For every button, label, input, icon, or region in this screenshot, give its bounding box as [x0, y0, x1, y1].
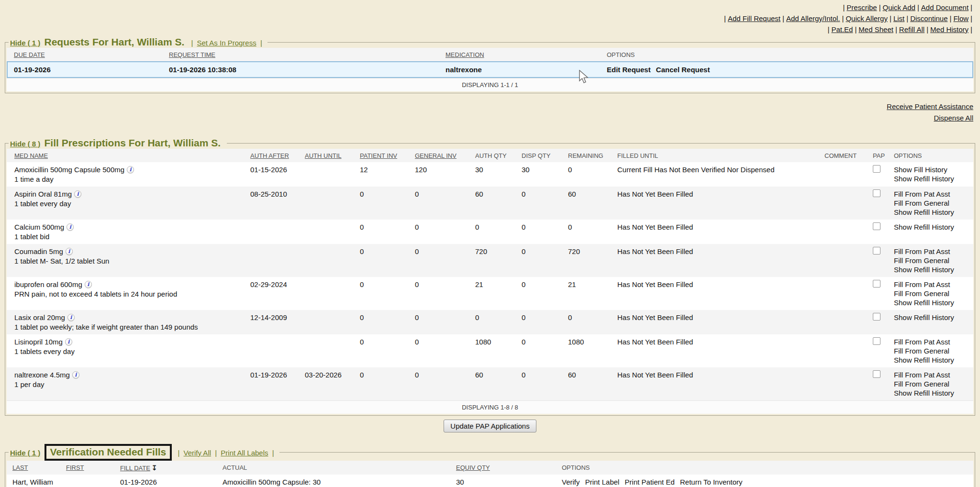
- nav-link-add-fill-request[interactable]: Add Fill Request: [728, 14, 780, 22]
- filled-until-value: Has Not Yet Been Filled: [617, 337, 824, 365]
- hide-fill-link[interactable]: Hide ( 8 ): [10, 140, 40, 148]
- nav-link-pat-ed[interactable]: Pat.Ed: [831, 25, 853, 33]
- patient-inv-value: 0: [360, 247, 415, 274]
- nav-link-add-allergy[interactable]: Add Allergy/Intol.: [786, 14, 840, 22]
- requests-table-header: DUE DATE REQUEST TIME MEDICATION OPTIONS: [7, 48, 973, 61]
- cancel-request-link[interactable]: Cancel Request: [656, 65, 710, 74]
- nav-link-quick-allergy[interactable]: Quick Allergy: [846, 14, 888, 22]
- fill-from-pat-asst-link[interactable]: Fill From Pat Asst: [894, 189, 969, 199]
- show-refill-history-link[interactable]: Show Refill History: [894, 355, 969, 365]
- nav-link-list[interactable]: List: [893, 14, 904, 22]
- fill-from-general-link[interactable]: Fill From General: [894, 379, 969, 388]
- show-refill-history-link[interactable]: Show Refill History: [894, 313, 969, 322]
- column-header-auth-after[interactable]: AUTH AFTER: [250, 152, 289, 159]
- column-header-actual: ACTUAL: [223, 464, 247, 471]
- column-header-auth-until[interactable]: AUTH UNTIL: [305, 152, 342, 159]
- show-refill-history-link[interactable]: Show Refill History: [894, 298, 969, 307]
- nav-link-med-history[interactable]: Med History: [930, 25, 969, 33]
- pap-checkbox[interactable]: [873, 189, 880, 197]
- info-icon[interactable]: i: [74, 190, 81, 198]
- pap-checkbox[interactable]: [873, 165, 880, 173]
- verify-all-link[interactable]: Verify All: [184, 449, 212, 457]
- show-refill-history-link[interactable]: Show Refill History: [894, 174, 969, 183]
- nav-link-refill-all[interactable]: Refill All: [899, 25, 924, 33]
- show-fill-history-link[interactable]: Show Fill History: [894, 165, 969, 174]
- print-label-link[interactable]: Print Label: [585, 477, 620, 487]
- nav-link-discontinue[interactable]: Discontinue: [910, 14, 947, 22]
- dispense-all-link[interactable]: Dispense All: [934, 114, 973, 122]
- column-header-patient-inv[interactable]: PATIENT INV: [360, 152, 397, 159]
- info-icon[interactable]: i: [67, 314, 75, 321]
- comment-value: [824, 165, 873, 184]
- actual-value: Amoxicillin 500mg Capsule: 30: [223, 477, 456, 487]
- info-icon[interactable]: i: [72, 371, 79, 378]
- column-header-fill-date[interactable]: FILL DATE: [120, 465, 150, 472]
- show-refill-history-link[interactable]: Show Refill History: [894, 265, 969, 274]
- fill-from-general-link[interactable]: Fill From General: [894, 289, 969, 298]
- separator: |: [950, 14, 952, 22]
- pap-checkbox[interactable]: [873, 313, 880, 321]
- print-all-labels-link[interactable]: Print All Labels: [221, 449, 268, 457]
- hide-verification-link[interactable]: Hide ( 1 ): [10, 449, 40, 457]
- column-header-request-time[interactable]: REQUEST TIME: [169, 51, 215, 58]
- column-header-due-date[interactable]: DUE DATE: [14, 51, 45, 58]
- equiv-qty-value: 30: [456, 477, 562, 487]
- comment-value: [824, 370, 873, 398]
- request-row-selected[interactable]: 01-19-2026 01-19-2026 10:38:08 naltrexon…: [7, 61, 973, 78]
- set-as-in-progress-link[interactable]: Set As In Progress: [197, 39, 256, 47]
- auth-until-value: 03-20-2026: [305, 370, 360, 398]
- fill-from-general-link[interactable]: Fill From General: [894, 346, 969, 355]
- pap-checkbox[interactable]: [873, 370, 880, 378]
- nav-link-med-sheet[interactable]: Med Sheet: [858, 25, 893, 33]
- info-icon[interactable]: i: [65, 338, 72, 345]
- receive-patient-assistance-link[interactable]: Receive Patient Assistance: [887, 102, 973, 111]
- fill-row-naltrexone: naltrexone 4.5mgi 1 per day 01-19-2026 0…: [7, 367, 973, 400]
- info-icon[interactable]: i: [67, 223, 74, 231]
- print-patient-ed-link[interactable]: Print Patient Ed: [625, 477, 675, 487]
- fill-from-pat-asst-link[interactable]: Fill From Pat Asst: [894, 370, 969, 379]
- return-to-inventory-link[interactable]: Return To Inventory: [680, 477, 743, 487]
- pap-checkbox[interactable]: [873, 222, 880, 230]
- column-header-last[interactable]: LAST: [12, 464, 28, 471]
- nav-link-quick-add[interactable]: Quick Add: [883, 3, 915, 11]
- fill-from-general-link[interactable]: Fill From General: [894, 199, 969, 208]
- nav-link-flow[interactable]: Flow: [953, 14, 969, 22]
- edit-request-link[interactable]: Edit Request: [607, 65, 651, 74]
- fill-prescriptions-section: Hide ( 8 ) Fill Prescriptions For Hart, …: [5, 137, 975, 416]
- info-icon[interactable]: i: [127, 166, 134, 173]
- pap-checkbox[interactable]: [873, 247, 880, 255]
- column-header-first[interactable]: FIRST: [66, 464, 84, 471]
- separator: |: [970, 25, 972, 33]
- show-refill-history-link[interactable]: Show Refill History: [894, 388, 969, 398]
- column-header-general-inv[interactable]: GENERAL INV: [415, 152, 457, 159]
- request-due-date: 01-19-2026: [14, 65, 169, 74]
- disp-qty-value: 0: [522, 222, 568, 241]
- fill-from-general-link[interactable]: Fill From General: [894, 256, 969, 265]
- show-refill-history-link[interactable]: Show Refill History: [894, 208, 969, 217]
- general-inv-value: 0: [415, 313, 475, 332]
- pap-checkbox[interactable]: [873, 280, 880, 288]
- med-sig: 1 per day: [14, 380, 246, 389]
- verify-link[interactable]: Verify: [562, 477, 580, 487]
- fill-from-pat-asst-link[interactable]: Fill From Pat Asst: [894, 280, 969, 289]
- column-header-med-name[interactable]: MED NAME: [14, 152, 48, 159]
- pap-checkbox[interactable]: [873, 337, 880, 345]
- fill-from-pat-asst-link[interactable]: Fill From Pat Asst: [894, 337, 969, 346]
- nav-link-add-document[interactable]: Add Document: [921, 3, 969, 11]
- info-icon[interactable]: i: [66, 248, 73, 255]
- sort-descending-icon[interactable]: ↧: [152, 464, 157, 472]
- column-header-medication[interactable]: MEDICATION: [445, 51, 484, 58]
- show-refill-history-link[interactable]: Show Refill History: [894, 222, 969, 232]
- verification-row: Hart, William 01-19-2026 Amoxicillin 500…: [7, 475, 973, 487]
- nav-link-prescribe[interactable]: Prescribe: [846, 3, 877, 11]
- column-header-equiv-qty[interactable]: EQUIV QTY: [456, 464, 490, 471]
- info-icon[interactable]: i: [85, 281, 92, 288]
- hide-requests-link[interactable]: Hide ( 1 ): [10, 39, 40, 47]
- general-inv-value: 0: [415, 189, 475, 217]
- filled-until-value: Has Not Yet Been Filled: [617, 222, 824, 241]
- fill-from-pat-asst-link[interactable]: Fill From Pat Asst: [894, 247, 969, 256]
- update-pap-applications-button[interactable]: Update PAP Applications: [444, 420, 536, 432]
- med-sig: 1 tablets every day: [14, 347, 246, 356]
- auth-qty-value: 0: [475, 313, 522, 332]
- column-header-filled-until: FILLED UNTIL: [617, 152, 658, 159]
